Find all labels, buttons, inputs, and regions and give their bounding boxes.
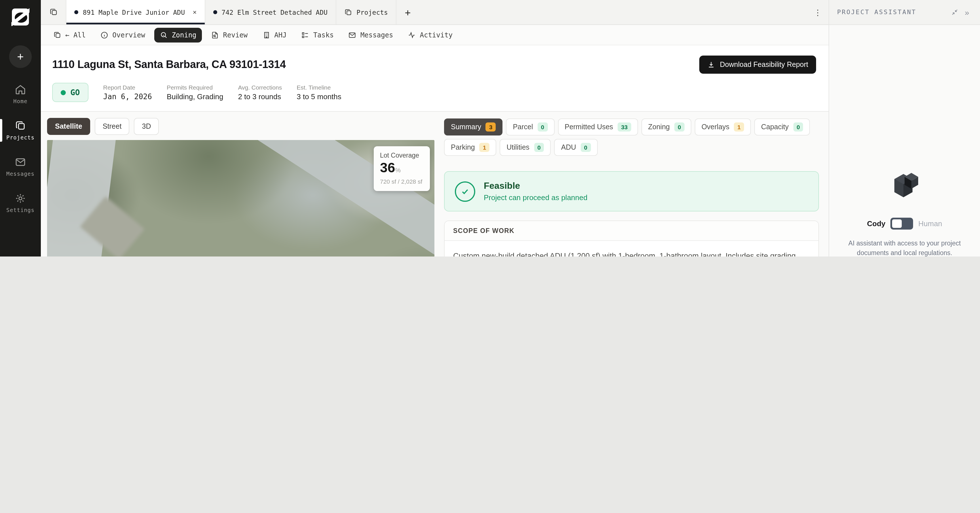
subnav-ahj[interactable]: AHJ [257, 27, 292, 42]
tab-overlays[interactable]: Overlays1 [695, 119, 751, 135]
feasible-title: Feasible [484, 181, 587, 191]
map-view-3d[interactable]: 3D [134, 118, 159, 135]
sidebar-item-label: Messages [6, 171, 35, 177]
subnav-label: Overview [112, 31, 145, 39]
tab-summary[interactable]: Summary3 [444, 119, 503, 135]
tab-zoning[interactable]: Zoning0 [641, 119, 691, 135]
sidebar-item-settings[interactable]: Settings [0, 193, 41, 213]
go-status-badge: GO [52, 83, 89, 102]
subnav-all[interactable]: ← All [48, 27, 91, 42]
new-tab-button[interactable]: + [396, 0, 419, 24]
assistant-header: PROJECT ASSISTANT » [829, 0, 980, 25]
assistant-body: Cody Human AI assistant with access to y… [829, 25, 980, 256]
new-project-button[interactable]: + [9, 45, 32, 68]
scope-of-work-card: SCOPE OF WORK Custom new-build detached … [444, 221, 819, 256]
tabs-stack-icon [49, 8, 57, 16]
projects-icon [15, 120, 26, 132]
map-view-satellite[interactable]: Satellite [47, 118, 90, 135]
tab-742-elm[interactable]: 742 Elm Street Detached ADU [205, 0, 336, 24]
report-tabs: Summary3 Parcel0 Permitted Uses33 Zoning… [444, 119, 819, 156]
overflow-menu-button[interactable]: ⋮ [807, 0, 829, 24]
page-header: 1110 Laguna St, Santa Barbara, CA 93101-… [41, 45, 829, 112]
document-search-icon [211, 31, 219, 39]
map-column: Satellite Street 3D [47, 112, 434, 256]
tab-permitted-uses[interactable]: Permitted Uses33 [558, 119, 638, 135]
map-view-street[interactable]: Street [95, 118, 130, 135]
tab-capacity[interactable]: Capacity0 [754, 119, 810, 135]
tab-projects[interactable]: Projects [336, 0, 396, 24]
count-badge: 33 [617, 122, 631, 132]
switch-knob [892, 219, 902, 228]
satellite-map[interactable]: Lot Coverage 36% 720 sf / 2,028 sf Legen… [47, 140, 434, 256]
left-rail: + Home Projects Messages Settings Alerts [0, 0, 41, 256]
scope-header: SCOPE OF WORK [453, 227, 514, 234]
checklist-icon [301, 31, 309, 39]
count-badge: 0 [674, 122, 684, 132]
report-panel: Summary3 Parcel0 Permitted Uses33 Zoning… [444, 112, 819, 256]
download-report-button[interactable]: Download Feasibility Report [700, 56, 816, 74]
subnav-label: Activity [420, 31, 453, 39]
subnav-tasks[interactable]: Tasks [296, 27, 339, 42]
subnav-label: Tasks [313, 31, 334, 39]
tabs-stack-icon [53, 31, 61, 39]
subnav-overview[interactable]: Overview [95, 27, 151, 42]
all-tabs-button[interactable] [41, 0, 66, 24]
scope-body: Custom new-build detached ADU (1,200 sf)… [453, 243, 810, 256]
subnav-zoning[interactable]: Zoning [154, 27, 202, 42]
feasible-banner: Feasible Project can proceed as planned [444, 171, 819, 211]
envelope-icon [15, 156, 26, 168]
count-badge: 0 [538, 122, 548, 132]
stat-report-date: Report Date Jan 6, 2026 [103, 84, 152, 101]
tab-891-maple[interactable]: 891 Maple Drive Junior ADU ✕ [66, 0, 205, 24]
sidebar-item-projects[interactable]: Projects [0, 120, 41, 141]
home-icon [15, 84, 26, 95]
chevrons-right-icon[interactable]: » [961, 6, 973, 18]
zoning-search-icon [160, 31, 168, 39]
envelope-icon [348, 31, 356, 39]
download-label: Download Feasibility Report [720, 60, 808, 68]
collapse-icon[interactable] [948, 6, 961, 18]
sidebar-item-home[interactable]: Home [0, 84, 41, 104]
gear-icon [15, 193, 26, 204]
lot-coverage-detail: 720 sf / 2,028 sf [380, 178, 424, 185]
count-badge: 1 [734, 122, 744, 132]
tab-dot [74, 10, 78, 14]
subnav-label: Messages [360, 31, 393, 39]
content-area: Satellite Street 3D [41, 112, 829, 256]
close-tab-icon[interactable]: ✕ [193, 8, 197, 16]
active-indicator [0, 119, 2, 142]
stat-permits-required: Permits Required Building, Grading [167, 84, 223, 101]
lot-coverage-card: Lot Coverage 36% 720 sf / 2,028 sf [374, 146, 430, 191]
cody-human-switch[interactable] [891, 218, 913, 230]
count-badge: 0 [534, 143, 544, 152]
sidebar-item-label: Home [13, 98, 27, 104]
building-icon [262, 31, 270, 39]
toggle-label-human: Human [918, 219, 942, 228]
subnav-messages[interactable]: Messages [343, 27, 399, 42]
tab-label: Projects [356, 8, 388, 16]
subnav-review[interactable]: Review [205, 27, 253, 42]
app-logo-icon[interactable] [11, 8, 30, 26]
project-subnav: ← All Overview Zoning Review AHJ Tasks [41, 25, 829, 45]
stat-est-timeline: Est. Timeline 3 to 5 months [297, 84, 341, 101]
projects-icon [344, 8, 352, 16]
tab-dot [213, 10, 217, 14]
go-dot-icon [61, 90, 66, 95]
lot-coverage-label: Lot Coverage [380, 152, 424, 159]
cody-cube-logo [890, 169, 919, 201]
sidebar-item-messages[interactable]: Messages [0, 156, 41, 177]
sidebar-item-label: Settings [6, 207, 35, 213]
tab-label: 742 Elm Street Detached ADU [221, 8, 328, 16]
check-icon [460, 186, 470, 196]
tab-utilities[interactable]: Utilities0 [500, 139, 551, 156]
tab-parcel[interactable]: Parcel0 [506, 119, 555, 135]
assistant-description: AI assistant with access to your project… [846, 239, 964, 256]
tab-parking[interactable]: Parking1 [444, 139, 496, 156]
info-icon [100, 31, 108, 39]
assistant-title: PROJECT ASSISTANT [837, 8, 916, 16]
subnav-label: Zoning [172, 31, 197, 39]
subnav-activity[interactable]: Activity [402, 27, 458, 42]
map-view-toggle: Satellite Street 3D [47, 118, 434, 135]
app-window: + Home Projects Messages Settings Alerts [0, 0, 980, 256]
tab-adu[interactable]: ADU0 [554, 139, 598, 156]
